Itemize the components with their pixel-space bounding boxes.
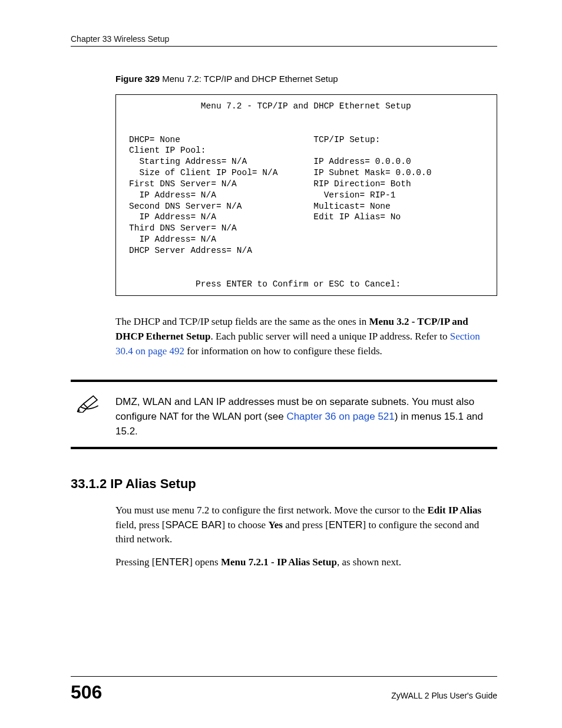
page-number: 506 (71, 681, 102, 703)
i1-t4: and press [ (283, 519, 329, 531)
section-title: IP Alias Setup (107, 476, 196, 491)
running-header: Chapter 33 Wireless Setup (71, 34, 497, 44)
figure-caption-text: Menu 7.2: TCP/IP and DHCP Ethernet Setup (160, 74, 338, 84)
i2-menu721: Menu 7.2.1 - IP Alias Setup (221, 556, 337, 568)
key-enter-2: ENTER (156, 556, 190, 568)
terminal-figure: Menu 7.2 - TCP/IP and DHCP Ethernet Setu… (115, 94, 497, 296)
section-heading-ip-alias: 33.1.2 IP Alias Setup (71, 476, 497, 492)
i1-edit-ip-alias: Edit IP Alias (427, 505, 481, 516)
section-number: 33.1.2 (71, 476, 107, 491)
figure-caption: Figure 329 Menu 7.2: TCP/IP and DHCP Eth… (115, 74, 497, 84)
paragraph-ip-alias-instr2: Pressing [ENTER] opens Menu 7.2.1 - IP A… (115, 555, 497, 570)
para1-pre: The DHCP and TCP/IP setup fields are the… (115, 316, 369, 327)
para1-post: for information on how to configure thes… (184, 345, 382, 357)
note-icon (71, 395, 115, 416)
i2-t2: ] opens (189, 556, 221, 568)
i2-t1: Pressing [ (115, 556, 156, 568)
i2-t3: , as shown next. (337, 556, 401, 568)
paragraph-ip-alias-instr1: You must use menu 7.2 to configure the f… (115, 503, 497, 547)
para1-mid: . Each public server will need a unique … (211, 331, 450, 342)
note-callout: DMZ, WLAN and LAN IP addresses must be o… (71, 380, 497, 449)
i1-t1: You must use menu 7.2 to configure the f… (115, 505, 427, 516)
header-rule (71, 46, 497, 47)
i1-t3: ] to choose (222, 519, 269, 531)
i1-yes: Yes (268, 519, 283, 531)
footer-guide-title: ZyWALL 2 Plus User's Guide (391, 691, 497, 700)
paragraph-dhcp-tcpip: The DHCP and TCP/IP setup fields are the… (115, 315, 497, 358)
i1-t2: field, press [ (115, 519, 166, 531)
link-chapter-36[interactable]: Chapter 36 on page 521 (286, 411, 394, 422)
footer-rule (71, 676, 497, 677)
page-footer: 506 ZyWALL 2 Plus User's Guide (0, 676, 562, 703)
figure-label: Figure 329 (115, 74, 160, 84)
key-enter-1: ENTER (329, 519, 363, 531)
key-spacebar: SPACE BAR (166, 519, 222, 531)
callout-text: DMZ, WLAN and LAN IP addresses must be o… (115, 395, 497, 439)
callout-bottom-rule (71, 447, 497, 449)
